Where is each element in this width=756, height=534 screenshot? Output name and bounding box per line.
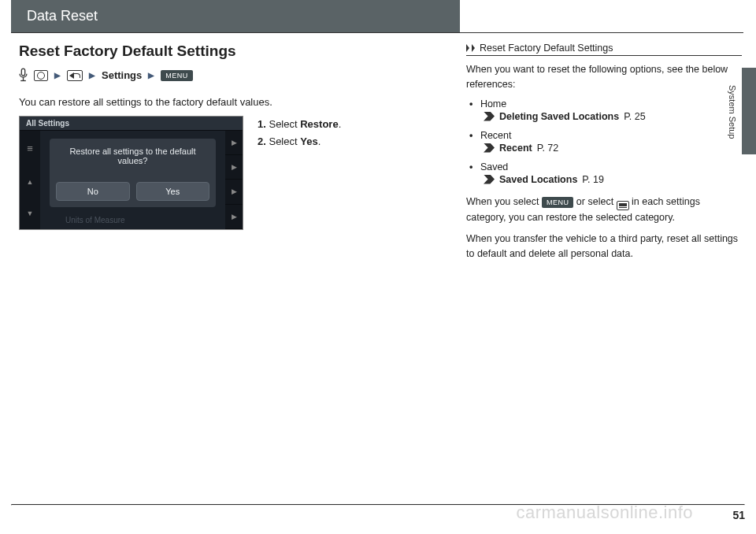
right-arrow-icon: ▶ — [225, 131, 243, 154]
step-1: 1. Select Restore. — [258, 116, 341, 133]
dialog-buttons: No Yes — [56, 182, 209, 201]
mic-icon — [19, 68, 28, 83]
down-arrow-icon: ▼ — [27, 210, 34, 217]
chevron-right-icon: ▶ — [148, 71, 154, 80]
home-icon — [34, 70, 48, 81]
back-icon — [67, 70, 83, 81]
chevron-right-icon: ▶ — [89, 71, 95, 80]
nav-settings-label: Settings — [102, 69, 142, 81]
page-number: 51 — [732, 509, 745, 521]
list-item: Recent Recent P. 72 — [469, 130, 742, 154]
screenshot-row: All Settings ≡ ▲ ▼ ▶ ▶ ▶ ▶ Restore all s… — [19, 116, 444, 230]
list-item: Home Deleting Saved Locations P. 25 — [469, 98, 742, 122]
list-item: Saved Saved Locations P. 19 — [469, 161, 742, 185]
item-link: Deleting Saved Locations P. 25 — [484, 111, 742, 122]
right-arrow-icon: ▶ — [225, 155, 243, 179]
hamburger-icon — [617, 201, 629, 210]
link-chevron-icon — [484, 112, 495, 121]
link-text: Deleting Saved Locations — [499, 111, 619, 122]
link-chevron-icon — [484, 175, 495, 184]
ss-dialog: Restore all settings to the default valu… — [50, 139, 216, 207]
device-screenshot: All Settings ≡ ▲ ▼ ▶ ▶ ▶ ▶ Restore all s… — [19, 116, 243, 230]
content-area: Reset Factory Default Settings ▶ ▶ Setti… — [0, 33, 756, 267]
up-arrow-icon: ▲ — [27, 178, 34, 186]
menu-badge: MENU — [161, 70, 193, 81]
section-title: Reset Factory Default Settings — [19, 43, 444, 60]
side-tab: System Setup — [728, 85, 737, 139]
item-label: Home — [480, 98, 506, 109]
dialog-text: Restore all settings to the default valu… — [56, 146, 209, 165]
ss-main: Restore all settings to the default valu… — [40, 131, 225, 229]
right-arrow-icon: ▶ — [225, 180, 243, 203]
intro-text: You can restore all settings to the fact… — [19, 96, 444, 108]
link-chevron-icon — [484, 143, 495, 153]
side-list: Home Deleting Saved Locations P. 25 Rece… — [469, 98, 742, 185]
p2-a: When you select — [466, 196, 542, 207]
step-bold: Restore — [300, 118, 338, 130]
menu-badge: MENU — [542, 197, 574, 208]
no-button[interactable]: No — [56, 182, 130, 201]
item-link: Recent P. 72 — [484, 143, 742, 154]
chevron-icon — [472, 44, 475, 52]
link-page: P. 19 — [582, 174, 604, 185]
ss-header: All Settings — [20, 117, 243, 130]
step-num: 1. — [258, 118, 266, 130]
side-para-3: When you transfer the vehicle to a third… — [466, 232, 742, 261]
step-num: 2. — [258, 135, 266, 147]
p2-b: or select — [573, 196, 616, 207]
item-label: Saved — [480, 161, 508, 172]
step-bold: Yes — [300, 135, 317, 147]
side-intro: When you want to reset the following opt… — [466, 62, 742, 92]
svg-rect-0 — [21, 69, 24, 76]
steps: 1. Select Restore. 2. Select Yes. — [258, 116, 341, 230]
link-page: P. 25 — [624, 111, 646, 122]
step-text: Select — [269, 118, 300, 130]
right-arrow-icon: ▶ — [225, 205, 243, 228]
side-tab-bg — [742, 68, 756, 154]
item-label: Recent — [480, 130, 512, 141]
left-column: Reset Factory Default Settings ▶ ▶ Setti… — [19, 43, 444, 267]
title-bar: Data Reset — [11, 0, 460, 32]
side-header-text: Reset Factory Default Settings — [480, 43, 613, 54]
item-link: Saved Locations P. 19 — [484, 174, 742, 185]
ss-side-left: ≡ ▲ ▼ — [20, 131, 40, 229]
link-text: Saved Locations — [499, 174, 577, 185]
footer-rule — [11, 504, 745, 506]
nav-path: ▶ ▶ Settings ▶ MENU — [19, 68, 444, 83]
step-text: . — [318, 135, 321, 147]
step-2: 2. Select Yes. — [258, 133, 341, 150]
step-text: . — [339, 118, 342, 130]
yes-button[interactable]: Yes — [136, 182, 210, 201]
link-page: P. 72 — [537, 143, 559, 154]
right-column: Reset Factory Default Settings When you … — [466, 43, 742, 267]
chevron-right-icon: ▶ — [54, 71, 61, 80]
side-header: Reset Factory Default Settings — [466, 43, 742, 56]
chevron-icon — [466, 44, 469, 52]
hamburger-icon: ≡ — [27, 143, 33, 154]
ss-faded-row: Units of Measure — [65, 216, 205, 224]
ss-side-right: ▶ ▶ ▶ ▶ — [225, 131, 243, 229]
side-para-2: When you select MENU or select in each s… — [466, 195, 742, 225]
link-text: Recent — [499, 143, 532, 154]
step-text: Select — [269, 135, 300, 147]
